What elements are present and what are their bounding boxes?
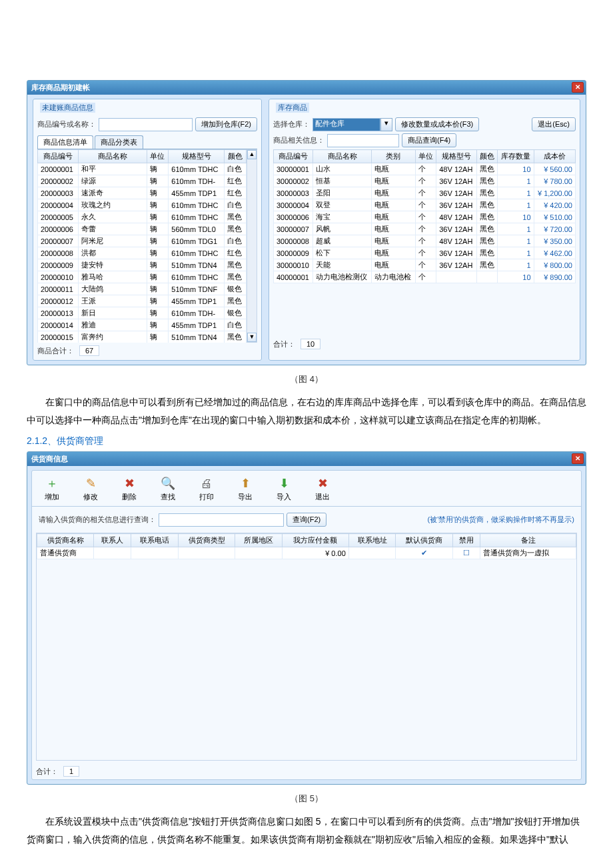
scroll-up-icon[interactable]: ▲ xyxy=(247,150,257,159)
related-info-input[interactable] xyxy=(327,134,399,147)
close-icon[interactable]: ✕ xyxy=(572,453,584,464)
code-name-label: 商品编号或名称： xyxy=(37,119,96,129)
left-scrollbar[interactable]: ▲ ▼ xyxy=(247,149,257,343)
print-button[interactable]: 🖨打印 xyxy=(193,475,220,502)
figure-5-caption: （图 5） xyxy=(27,793,586,805)
column-header[interactable]: 商品编号 xyxy=(38,150,79,163)
table-row[interactable]: 20000003速派奇辆455mm TDP1红色 xyxy=(38,187,247,199)
column-header[interactable]: 禁用 xyxy=(452,534,480,547)
modify-qty-button[interactable]: 修改数量或成本价(F3) xyxy=(395,117,479,131)
paragraph-2: 在系统设置模块中点击"供货商信息"按钮打开供货商信息窗口如图 5，在窗口中可以看… xyxy=(27,813,586,848)
column-header[interactable]: 单位 xyxy=(147,150,169,163)
table-row[interactable]: 30000004双登电瓶个36V 12AH黑色1¥ 420.00 xyxy=(274,199,576,211)
table-row[interactable]: 20000002绿源辆610mm TDH-红色 xyxy=(38,175,247,187)
add-button[interactable]: ＋增加 xyxy=(39,475,65,502)
window-title: 供货商信息 xyxy=(31,455,68,463)
export-icon: ⬆ xyxy=(235,475,255,492)
toolbar-label: 查找 xyxy=(161,492,175,502)
column-header[interactable]: 规格型号 xyxy=(436,150,476,163)
table-row[interactable]: 30000007风帆电瓶个36V 12AH黑色1¥ 720.00 xyxy=(274,223,576,235)
exit-button[interactable]: 退出(Esc) xyxy=(532,117,576,131)
column-header[interactable]: 联系地址 xyxy=(348,534,396,547)
column-header[interactable]: 颜色 xyxy=(225,150,247,163)
tab-product-category[interactable]: 商品分类表 xyxy=(95,135,143,149)
column-header[interactable]: 商品名称 xyxy=(79,150,147,163)
toolbar-label: 导入 xyxy=(277,492,291,502)
table-row[interactable]: 20000015富奔约辆510mm TDN4黑色 xyxy=(38,331,247,343)
toolbar-label: 导出 xyxy=(238,492,253,502)
column-header[interactable]: 商品编号 xyxy=(274,150,313,163)
table-row[interactable]: 20000013新日辆610mm TDH-银色 xyxy=(38,307,247,319)
table-row[interactable]: 20000010雅马哈辆610mm TDHC黑色 xyxy=(38,271,247,283)
column-header[interactable]: 商品名称 xyxy=(313,150,372,163)
chevron-down-icon[interactable]: ▾ xyxy=(380,118,392,131)
import-button[interactable]: ⬇导入 xyxy=(271,475,297,502)
table-row[interactable]: 20000014雅迪辆455mm TDP1白色 xyxy=(38,319,247,331)
window-title-bar: 供货商信息 ✕ xyxy=(27,452,586,466)
column-header[interactable]: 颜色 xyxy=(476,150,498,163)
table-row[interactable]: 30000006海宝电瓶个48V 12AH黑色10¥ 510.00 xyxy=(274,211,576,223)
inventory-init-window: 库存商品期初建帐 ✕ 未建账商品信息 商品编号或名称： 增加到仓库(F2) 商品… xyxy=(27,80,586,365)
window-title-bar: 库存商品期初建帐 ✕ xyxy=(27,81,586,95)
add-icon: ＋ xyxy=(42,475,62,492)
column-header[interactable]: 库存数量 xyxy=(498,150,534,163)
column-header[interactable]: 联系电话 xyxy=(131,534,179,547)
table-row[interactable]: 20000007阿米尼辆610mm TDG1白色 xyxy=(38,235,247,247)
left-grid: 商品编号商品名称单位规格型号颜色20000001和平辆610mm TDHC白色2… xyxy=(37,149,247,343)
table-row[interactable]: 20000005永久辆610mm TDHC黑色 xyxy=(38,211,247,223)
column-header[interactable]: 默认供货商 xyxy=(396,534,452,547)
table-row[interactable]: 20000006奇蕾辆560mm TDL0黑色 xyxy=(38,223,247,235)
table-row[interactable]: 20000011大陆鸽辆510mm TDNF银色 xyxy=(38,283,247,295)
tab-product-list[interactable]: 商品信息清单 xyxy=(37,135,93,149)
toolbar-label: 删除 xyxy=(122,492,137,502)
store-combo[interactable]: 配件仓库 xyxy=(312,118,380,131)
close-icon[interactable]: ✕ xyxy=(572,82,584,93)
search-button[interactable]: 🔍查找 xyxy=(155,475,181,502)
query-button[interactable]: 查询(F2) xyxy=(287,513,326,527)
edit-button[interactable]: ✎修改 xyxy=(77,475,104,502)
table-row[interactable]: 20000012王派辆455mm TDP1黑色 xyxy=(38,295,247,307)
right-total-value: 10 xyxy=(301,339,320,349)
table-row[interactable]: 30000002恒基电瓶个36V 12AH黑色1¥ 780.00 xyxy=(274,175,576,187)
table-row[interactable]: 30000009松下电瓶个36V 12AH黑色1¥ 462.00 xyxy=(274,247,576,259)
table-row[interactable]: 20000004玫瑰之约辆610mm TDHC白色 xyxy=(38,199,247,211)
exit-button[interactable]: ✖退出 xyxy=(309,475,336,502)
table-row[interactable]: 20000008洪都辆610mm TDHC红色 xyxy=(38,247,247,259)
column-header[interactable]: 供货商类型 xyxy=(178,534,235,547)
column-header[interactable]: 联系人 xyxy=(94,534,131,547)
column-header[interactable]: 供货商名称 xyxy=(37,534,94,547)
column-header[interactable]: 所属地区 xyxy=(235,534,283,547)
toolbar-label: 退出 xyxy=(315,492,330,502)
table-row[interactable]: 30000003圣阳电瓶个36V 12AH黑色1¥ 1,200.00 xyxy=(274,187,576,199)
export-button[interactable]: ⬆导出 xyxy=(232,475,259,502)
table-row[interactable]: 30000001山水电瓶个48V 12AH黑色10¥ 560.00 xyxy=(274,163,576,175)
window-title: 库存商品期初建帐 xyxy=(31,83,90,91)
column-header[interactable]: 成本价 xyxy=(534,150,575,163)
code-name-input[interactable] xyxy=(99,118,193,131)
import-icon: ⬇ xyxy=(274,475,294,492)
scroll-down-icon[interactable]: ▼ xyxy=(247,333,257,342)
column-header[interactable]: 单位 xyxy=(415,150,436,163)
left-group-title: 未建账商品信息 xyxy=(40,103,95,113)
product-query-button[interactable]: 商品查询(F4) xyxy=(402,133,456,147)
right-total-label: 合计： xyxy=(273,339,295,349)
column-header[interactable]: 规格型号 xyxy=(169,150,225,163)
delete-button[interactable]: ✖删除 xyxy=(116,475,143,502)
supplier-query-input[interactable] xyxy=(159,513,284,527)
table-row[interactable]: 20000001和平辆610mm TDHC白色 xyxy=(38,163,247,175)
column-header[interactable]: 我方应付金额 xyxy=(282,534,348,547)
search-icon: 🔍 xyxy=(158,475,178,492)
table-row[interactable]: 30000010天能电瓶个36V 12AH黑色1¥ 800.00 xyxy=(274,259,576,271)
table-row[interactable]: 普通供货商¥ 0.00✔☐普通供货商为一虚拟 xyxy=(37,547,576,559)
supplier-grid: 供货商名称联系人联系电话供货商类型所属地区我方应付金额联系地址默认供货商禁用备注… xyxy=(36,533,577,761)
section-heading: 2.1.2、供货商管理 xyxy=(27,435,586,447)
column-header[interactable]: 类别 xyxy=(372,150,415,163)
table-row[interactable]: 30000008超威电瓶个48V 12AH黑色1¥ 350.00 xyxy=(274,235,576,247)
table-row[interactable]: 40000001动力电池检测仪动力电池检个10¥ 890.00 xyxy=(274,271,576,283)
table-row[interactable]: 20000009捷安特辆510mm TDN4黑色 xyxy=(38,259,247,271)
toolbar-label: 增加 xyxy=(45,492,59,502)
column-header[interactable]: 备注 xyxy=(480,534,576,547)
toolbar: ＋增加✎修改✖删除🔍查找🖨打印⬆导出⬇导入✖退出 xyxy=(32,471,581,507)
add-to-store-button[interactable]: 增加到仓库(F2) xyxy=(195,117,257,131)
edit-icon: ✎ xyxy=(81,475,101,492)
